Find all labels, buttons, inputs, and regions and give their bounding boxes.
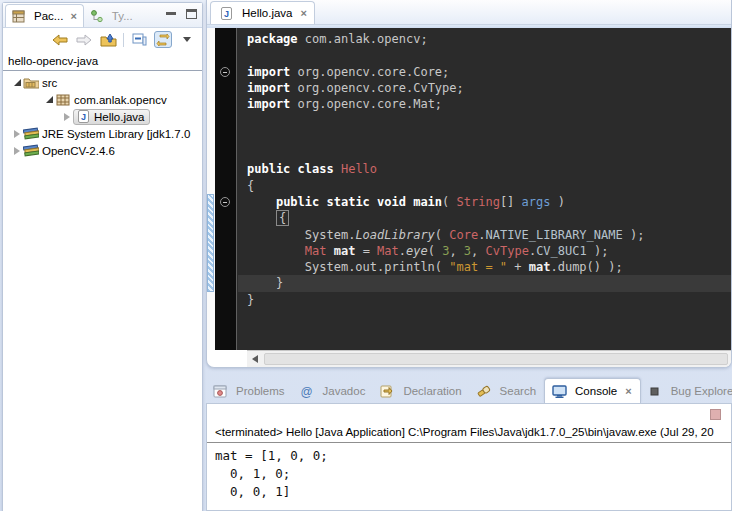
editor-tab-label: Hello.java: [242, 7, 293, 19]
forward-arrow-icon[interactable]: [75, 31, 93, 48]
code-line-2[interactable]: [238, 47, 731, 63]
library-icon: [23, 144, 39, 158]
code-line-10[interactable]: {: [238, 178, 731, 194]
tab-label: Javadoc: [323, 385, 366, 397]
back-arrow-icon[interactable]: [51, 31, 69, 48]
tab-label: Bug Explorer: [671, 385, 732, 397]
tab-package-explorer[interactable]: Pac... ×: [5, 4, 84, 27]
console-output[interactable]: mat = [1, 0, 0; 0, 1, 0; 0, 0, 1]: [207, 443, 731, 501]
code-editor[interactable]: package com.anlak.opencv; import org.ope…: [207, 28, 731, 350]
console-body: <terminated> Hello [Java Application] C:…: [206, 403, 732, 511]
fold-collapse-icon[interactable]: [220, 67, 230, 77]
expand-arrow-icon[interactable]: [61, 113, 73, 121]
up-to-folder-icon[interactable]: [99, 31, 117, 48]
code-line-11[interactable]: public static void main( String[] args ): [238, 194, 731, 210]
close-icon[interactable]: ×: [70, 10, 76, 22]
tab-search[interactable]: Search: [470, 379, 544, 403]
collapse-all-icon[interactable]: [130, 31, 148, 48]
editor-vertical-ruler[interactable]: [207, 28, 215, 350]
range-indicator: [207, 194, 214, 292]
console-icon: [551, 384, 567, 398]
tree-item-label: OpenCV-2.4.6: [42, 145, 115, 157]
tab-label: Ty...: [112, 10, 133, 22]
tree-item-opencv-2-4-6[interactable]: OpenCV-2.4.6: [3, 142, 202, 159]
tree-item-jre-system-library-jdk1-7-0[interactable]: JRE System Library [jdk1.7.0: [3, 125, 202, 142]
tab-type-hierarchy[interactable]: Ty...: [84, 5, 139, 27]
code-line-13[interactable]: System.LoadLibrary( Core.NATIVE_LIBRARY_…: [238, 227, 731, 243]
tab-bug-explorer[interactable]: Bug Explorer: [641, 379, 732, 403]
code-line-7[interactable]: [238, 129, 731, 145]
tab-console[interactable]: Console×: [544, 378, 641, 403]
problems-icon: [212, 384, 228, 398]
console-status-line: <terminated> Hello [Java Application] C:…: [207, 426, 731, 442]
source-folder-icon: [23, 76, 39, 90]
tab-label: Console: [575, 385, 617, 397]
code-line-9[interactable]: public class Hello: [238, 161, 731, 177]
expand-arrow-icon[interactable]: [11, 130, 23, 138]
tree-item-label: JRE System Library [jdk1.7.0: [42, 128, 190, 140]
javadoc-icon: @: [299, 384, 315, 398]
tab-label: Search: [500, 385, 536, 397]
code-line-4[interactable]: import org.opencv.core.CvType;: [238, 80, 731, 96]
editor-tabbar: J Hello.java ×: [207, 0, 731, 25]
code-line-3[interactable]: import org.opencv.core.Core;: [238, 64, 731, 80]
tab-declaration[interactable]: Declaration: [373, 379, 469, 403]
minimize-view-icon[interactable]: [166, 11, 176, 15]
tab-javadoc[interactable]: @Javadoc: [293, 379, 374, 403]
tree-item-src[interactable]: src: [3, 74, 202, 91]
bug-square-icon: [647, 384, 663, 398]
selected-item-highlight: JHello.java: [73, 109, 150, 125]
maximize-view-icon[interactable]: [186, 9, 197, 19]
package-explorer-toolbar: [3, 28, 202, 51]
view-menu-icon[interactable]: [178, 31, 196, 48]
tree-item-hello-java[interactable]: JHello.java: [3, 108, 202, 125]
code-line-14[interactable]: Mat mat = Mat.eye( 3, 3, CvType.CV_8UC1 …: [238, 243, 731, 259]
tree-item-label: src: [42, 77, 57, 89]
package-explorer-panel: Pac... × Ty...: [2, 2, 203, 511]
close-icon[interactable]: ×: [301, 7, 307, 19]
console-view-panel: Problems@JavadocDeclarationSearchConsole…: [206, 377, 732, 511]
code-line-6[interactable]: [238, 112, 731, 128]
package-icon: [55, 93, 71, 107]
tree-item-label: com.anlak.opencv: [74, 94, 167, 106]
code-line-1[interactable]: package com.anlak.opencv;: [238, 31, 731, 47]
package-explorer-icon: [11, 9, 27, 23]
code-line-5[interactable]: import org.opencv.core.Mat;: [238, 96, 731, 112]
library-icon: [23, 127, 39, 141]
scroll-left-arrow-icon[interactable]: [252, 355, 258, 363]
code-line-15[interactable]: System.out.println( "mat = " + mat.dump(…: [238, 259, 731, 275]
package-explorer-tabbar: Pac... × Ty...: [3, 3, 202, 28]
code-line-16[interactable]: }: [238, 275, 731, 291]
search-icon: [476, 384, 492, 398]
tab-label: Declaration: [403, 385, 461, 397]
java-file-icon: J: [218, 6, 234, 20]
console-toolbar: [207, 404, 731, 426]
collapse-arrow-icon[interactable]: [11, 79, 23, 86]
expand-arrow-icon[interactable]: [11, 147, 23, 155]
tree-item-label: Hello.java: [94, 111, 145, 123]
link-with-editor-icon[interactable]: [154, 31, 172, 48]
horizontal-scrollbar[interactable]: [247, 350, 731, 367]
close-icon[interactable]: ×: [625, 385, 631, 397]
collapse-arrow-icon[interactable]: [43, 96, 55, 103]
terminate-icon[interactable]: [710, 409, 721, 420]
code-line-12[interactable]: {: [238, 210, 731, 226]
editor-gutter[interactable]: [215, 28, 237, 350]
scrollbar-thumb[interactable]: [264, 353, 728, 365]
project-root-label[interactable]: hello-opencv-java: [3, 51, 202, 71]
fold-collapse-icon[interactable]: [220, 197, 230, 207]
svg-text:J: J: [223, 9, 228, 19]
tab-label: Pac...: [34, 10, 63, 22]
code-lines[interactable]: package com.anlak.opencv; import org.ope…: [238, 28, 731, 350]
eclipse-window: Pac... × Ty...: [0, 0, 732, 511]
tree-item-com-anlak-opencv[interactable]: com.anlak.opencv: [3, 91, 202, 108]
bottom-view-tabbar: Problems@JavadocDeclarationSearchConsole…: [206, 377, 732, 403]
svg-text:J: J: [80, 112, 85, 122]
code-line-8[interactable]: [238, 145, 731, 161]
code-line-17[interactable]: }: [238, 292, 731, 308]
editor-tab-hello-java[interactable]: J Hello.java ×: [210, 1, 315, 24]
tab-problems[interactable]: Problems: [206, 379, 293, 403]
declaration-icon: [379, 384, 395, 398]
svg-text:@: @: [300, 385, 312, 398]
tab-label: Problems: [236, 385, 285, 397]
